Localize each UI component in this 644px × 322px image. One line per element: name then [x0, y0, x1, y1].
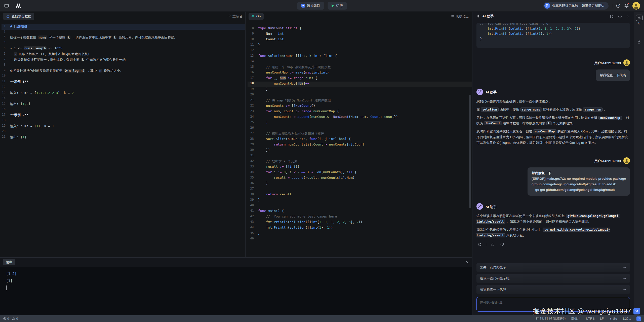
line-number: 43: [248, 220, 258, 226]
rename-button[interactable]: 重命名: [227, 14, 242, 19]
ai-name: AI 助手: [486, 90, 497, 95]
line-number: 5: [2, 46, 10, 52]
code-line: 10 Count int: [248, 37, 472, 43]
line-number: 18: [248, 82, 258, 87]
code-editor[interactable]: 8type NumCount struct {9 Num int10 Count…: [246, 21, 472, 257]
app-logo-icon[interactable]: [15, 3, 22, 9]
close-ai-panel-icon[interactable]: [626, 15, 630, 18]
md-line: 11**示例 1**: [2, 80, 245, 85]
status-item[interactable]: 1.22.1: [623, 317, 631, 320]
code-practice-app: 添加题目 运行 分享代码练习体验，领限量定制周边 ?: [0, 0, 644, 322]
add-problem-button[interactable]: 添加题目: [297, 2, 324, 10]
line-number: 33: [248, 165, 258, 170]
output-close-icon[interactable]: [465, 260, 469, 264]
line-content: numCounts = append(numCounts, NumCount{N…: [258, 115, 398, 120]
line-number: 21: [248, 98, 258, 104]
output-panel: 输出 [1 2][1]: [0, 257, 472, 315]
code-line: 28 sort.Slice(numCounts, func(i, j int) …: [248, 137, 472, 142]
suggestion-list: 需要一点思路提示给我一些代码提示吧帮我检查一下代码: [472, 259, 634, 294]
output-console[interactable]: [1 2][1]: [0, 267, 472, 290]
output-tab[interactable]: 输出: [3, 259, 15, 265]
line-number: 9: [2, 68, 10, 74]
ai-message: AI 助手您的代码整体思路是正确的，但有一些小的改进点。在 solution 函…: [476, 89, 630, 146]
status-item[interactable]: Go: [609, 317, 617, 320]
line-number: 31: [248, 154, 258, 159]
code-line: 41func main() {: [248, 209, 472, 214]
regenerate-button[interactable]: [476, 241, 483, 248]
line-number: 20: [2, 129, 10, 135]
line-content: return result: [258, 192, 292, 198]
feedback-badge-icon[interactable]: [636, 316, 641, 321]
line-content: // 按照出现次数对结构体数组进行排序: [258, 131, 324, 137]
line-number: 15: [248, 65, 258, 70]
line-content: }: [258, 120, 268, 126]
ai-chat-area[interactable]: // You can add more test cases here fmt.…: [472, 21, 634, 259]
user-avatar[interactable]: [632, 2, 640, 10]
suggestion-chip[interactable]: 帮我检查一下代码: [476, 285, 630, 294]
ai-avatar: [476, 203, 483, 211]
switch-language-button[interactable]: 切换语言: [451, 14, 469, 19]
editor-scrollbar-thumb[interactable]: [469, 95, 471, 208]
user-avatar: [623, 59, 630, 67]
problem-panel: 查找热点数据 重命名 1# 问题描述23给你一个整数数组 nums 和一个整数 …: [0, 12, 246, 257]
md-line: 12: [2, 85, 245, 91]
line-number: 2: [2, 30, 10, 35]
problem-markdown-editor[interactable]: 1# 问题描述23给你一个整数数组 nums 和一个整数 k ，请你返回其中出现…: [0, 21, 245, 257]
new-chat-icon[interactable]: [610, 14, 614, 19]
suggestion-chip[interactable]: 给我一些代码提示吧: [476, 274, 630, 283]
md-line: 14: [2, 96, 245, 102]
language-tab-go[interactable]: GO Go: [249, 13, 264, 20]
line-content: numCountMap[num]++: [258, 82, 309, 87]
line-content: for i := 0; i < k && i < len(numCounts);…: [258, 170, 356, 176]
code-line: 23 for num, count := range numCountMap {: [248, 109, 472, 115]
status-item[interactable]: LF: [600, 317, 604, 320]
sidebar-toggle-icon[interactable]: [4, 3, 9, 8]
rename-label: 重命名: [232, 14, 242, 19]
flask-activity-icon[interactable]: [637, 40, 641, 45]
line-number: 13: [248, 54, 258, 59]
top-bar: 添加题目 运行 分享代码练习体验，领限量定制周边 ?: [0, 0, 644, 12]
code-line: 12: [248, 48, 472, 54]
campaign-book-icon: [544, 3, 550, 9]
line-content: **示例 1**: [10, 80, 28, 85]
help-icon[interactable]: ?: [616, 3, 621, 8]
problem-tab[interactable]: 查找热点数据: [3, 13, 34, 20]
ai-name: AI 助手: [486, 205, 497, 209]
md-line: 21输出: [1]: [2, 135, 245, 140]
output-line: [1]: [6, 277, 472, 284]
run-button[interactable]: 运行: [328, 2, 347, 10]
line-number: 39: [248, 198, 258, 203]
swap-arrows-icon: [451, 14, 455, 19]
user-message-bubble: 帮我修复一下[ERROR] main.go:7:2: no required m…: [528, 167, 630, 196]
status-item[interactable]: 空格: 4: [571, 316, 580, 321]
line-number: 18: [2, 118, 10, 124]
ai-activity-icon[interactable]: [636, 15, 642, 21]
md-line: 17**示例 2**: [2, 113, 245, 118]
line-number: 32: [248, 159, 258, 165]
line-content: - 题目数据保证答案唯一，换句话说，数组中前 k 个高频元素的集合是唯一的: [10, 57, 126, 63]
like-button[interactable]: [489, 241, 496, 248]
line-number: 40: [248, 203, 258, 209]
line-content: }: [258, 181, 268, 187]
ai-message-actions: [476, 241, 630, 248]
status-item[interactable]: 行 18, 列 24 (已选择3): [536, 316, 566, 321]
user-avatar: [623, 157, 630, 165]
code-line: 36 }: [248, 181, 472, 187]
line-number: 11: [2, 80, 10, 85]
code-line: 9 Num int: [248, 32, 472, 37]
code-panel-header: GO Go 切换语言: [246, 12, 472, 21]
errors-count[interactable]: 0: [3, 317, 9, 320]
dislike-button[interactable]: [499, 241, 505, 248]
suggestion-chip[interactable]: 需要一点思路提示: [476, 263, 630, 272]
line-content: - 1 <= nums.length <= 10^5: [10, 46, 62, 52]
status-item[interactable]: UTF-8: [586, 317, 595, 320]
warnings-count-value: 0: [16, 317, 18, 320]
line-number: 17: [2, 113, 10, 118]
md-line: 18: [2, 118, 245, 124]
line-number: 9: [248, 32, 258, 37]
history-icon[interactable]: [618, 14, 622, 19]
notifications-bell-icon[interactable]: [624, 3, 629, 8]
warnings-count[interactable]: 0: [12, 317, 18, 320]
ai-chat-input[interactable]: 你可以问我问题: [476, 297, 630, 312]
share-campaign-banner[interactable]: 分享代码练习体验，领限量定制周边: [543, 2, 609, 10]
